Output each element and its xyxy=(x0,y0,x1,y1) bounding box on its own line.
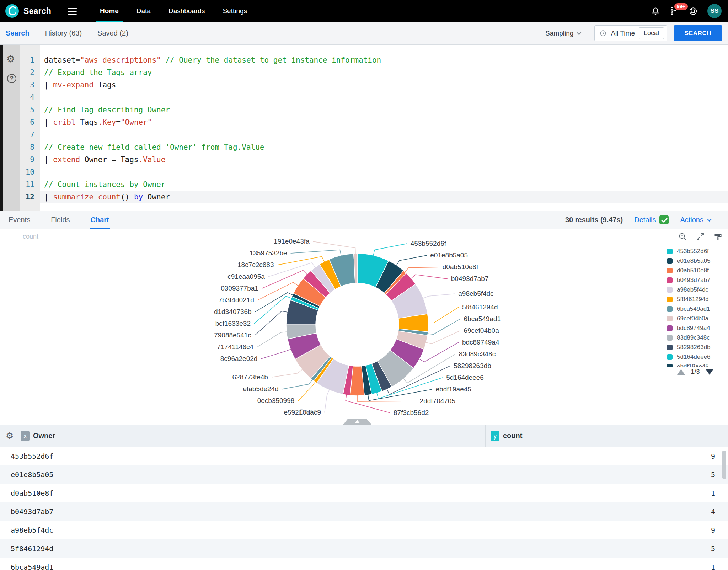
time-range-picker[interactable]: All Time Local xyxy=(594,25,667,41)
legend-item-bdc89749a4[interactable]: bdc89749a4 xyxy=(667,323,727,333)
legend-item-5d164deee6[interactable]: 5d164deee6 xyxy=(667,352,727,362)
code-text[interactable]: | extend Owner = Tags.Value xyxy=(40,154,728,166)
code-text[interactable]: dataset="aws_descriptions" // Query the … xyxy=(40,54,728,66)
table-settings-gear-icon[interactable]: ⚙ xyxy=(6,431,14,441)
editor-lines[interactable]: 1dataset="aws_descriptions" // Query the… xyxy=(0,54,728,203)
results-bar: EventsFieldsChart 30 results (9.47s) Det… xyxy=(0,211,728,229)
search-button[interactable]: SEARCH xyxy=(674,25,722,41)
legend-item-69cef04b0a[interactable]: 69cef04b0a xyxy=(667,314,727,323)
nav-item-settings[interactable]: Settings xyxy=(223,0,247,22)
label-leader-line xyxy=(313,241,355,254)
code-text[interactable]: | cribl Tags.Key="Owner" xyxy=(40,116,728,129)
nav-item-data[interactable]: Data xyxy=(136,0,151,22)
label-leader-line xyxy=(261,349,291,359)
sampling-dropdown[interactable]: Sampling xyxy=(545,30,580,37)
zoom-out-icon[interactable] xyxy=(678,232,687,241)
editor-line-5[interactable]: 5// Find Tag describing Owner xyxy=(0,104,728,116)
fullscreen-icon[interactable] xyxy=(696,232,705,241)
editor-line-12[interactable]: 12| summarize count() by Owner xyxy=(0,191,728,203)
results-tab-events[interactable]: Events xyxy=(9,211,30,229)
table-row-453b552d6f[interactable]: 453b552d6f9 xyxy=(0,447,728,465)
code-text[interactable]: // Find Tag describing Owner xyxy=(40,104,728,116)
help-icon[interactable] xyxy=(689,6,698,16)
owner-cell: e01e8b5a05 xyxy=(0,470,486,479)
code-text[interactable] xyxy=(40,166,728,179)
avatar[interactable]: SS xyxy=(707,4,722,18)
legend-item-453b552d6f[interactable]: 453b552d6f xyxy=(667,246,727,256)
count-cell: 5 xyxy=(486,470,728,479)
segment-label-5f8461294d: 5f8461294d xyxy=(462,303,498,311)
details-label: Details xyxy=(634,216,656,224)
owner-cell: 6bca549ad1 xyxy=(0,563,486,570)
legend-item-e01e8b5a05[interactable]: e01e8b5a05 xyxy=(667,256,727,266)
results-tab-fields[interactable]: Fields xyxy=(51,211,70,229)
line-number: 10 xyxy=(0,166,40,179)
menu-icon[interactable] xyxy=(68,8,77,15)
editor-line-3[interactable]: 3| mv-expand Tags xyxy=(0,79,728,91)
results-right: 30 results (9.47s) Details Actions xyxy=(565,211,719,229)
line-number: 3 xyxy=(0,79,40,91)
bell-icon[interactable] xyxy=(651,6,660,16)
table-row-6bca549ad1[interactable]: 6bca549ad11 xyxy=(0,558,728,570)
editor-line-4[interactable]: 4 xyxy=(0,91,728,104)
code-text[interactable]: // Expand the Tags array xyxy=(40,66,728,79)
segment-label-d1d340736b: d1d340736b xyxy=(214,308,252,315)
legend-item-58298263db[interactable]: 58298263db xyxy=(667,342,727,352)
line-number: 5 xyxy=(0,104,40,116)
table-row-5f8461294d[interactable]: 5f8461294d5 xyxy=(0,539,728,558)
details-toggle[interactable]: Details xyxy=(634,215,669,224)
legend-item-a98eb5f4dc[interactable]: a98eb5f4dc xyxy=(667,285,727,294)
legend-label: bdc89749a4 xyxy=(677,325,710,332)
chart-style-icon[interactable] xyxy=(714,232,722,241)
toolbar-tab-history[interactable]: History (63) xyxy=(45,29,82,37)
legend-item-d0ab510e8f[interactable]: d0ab510e8f xyxy=(667,266,727,275)
legend-item-5f8461294d[interactable]: 5f8461294d xyxy=(667,294,727,304)
legend-page-up-icon[interactable] xyxy=(677,369,685,375)
owner-column-header[interactable]: Owner xyxy=(33,432,55,440)
actions-label: Actions xyxy=(680,216,703,224)
toolbar-tab-search[interactable]: Search xyxy=(6,29,30,37)
toolbar-tab-saved[interactable]: Saved (2) xyxy=(97,29,128,37)
table-row-b0493d7ab7[interactable]: b0493d7ab74 xyxy=(0,502,728,521)
editor-line-10[interactable]: 10 xyxy=(0,166,728,179)
legend-swatch xyxy=(667,277,673,283)
legend-label: 5d164deee6 xyxy=(677,353,711,361)
query-editor[interactable]: ⚙ ? 1dataset="aws_descriptions" // Query… xyxy=(0,45,728,211)
label-leader-line xyxy=(428,307,459,323)
table-row-d0ab510e8f[interactable]: d0ab510e8f1 xyxy=(0,484,728,502)
code-text[interactable]: // Count instances by Owner xyxy=(40,179,728,191)
code-text[interactable]: // Create new field called 'Owner' from … xyxy=(40,141,728,154)
legend-swatch xyxy=(667,345,673,350)
count-column-header[interactable]: count_ xyxy=(503,432,526,440)
table-row-e01e8b5a05[interactable]: e01e8b5a055 xyxy=(0,465,728,484)
line-number: 9 xyxy=(0,154,40,166)
table-scrollbar[interactable] xyxy=(722,451,726,479)
editor-line-8[interactable]: 8// Create new field called 'Owner' from… xyxy=(0,141,728,154)
editor-line-7[interactable]: 7 xyxy=(0,129,728,141)
legend-item-83d89c348c[interactable]: 83d89c348c xyxy=(667,333,727,342)
results-tab-chart[interactable]: Chart xyxy=(91,211,109,229)
editor-line-9[interactable]: 9| extend Owner = Tags.Value xyxy=(0,154,728,166)
legend-item-b0493d7ab7[interactable]: b0493d7ab7 xyxy=(667,275,727,285)
editor-line-11[interactable]: 11// Count instances by Owner xyxy=(0,179,728,191)
legend-page-down-icon[interactable] xyxy=(706,369,713,375)
legend-item-ebdf19ae45[interactable]: ebdf19ae45 xyxy=(667,362,727,367)
label-leader-line xyxy=(425,331,460,344)
code-text[interactable]: | summarize count() by Owner xyxy=(40,191,728,203)
editor-line-1[interactable]: 1dataset="aws_descriptions" // Query the… xyxy=(0,54,728,66)
details-checkbox[interactable] xyxy=(659,215,669,224)
code-text[interactable]: | mv-expand Tags xyxy=(40,79,728,91)
editor-line-2[interactable]: 2// Expand the Tags array xyxy=(0,66,728,79)
timezone-button[interactable]: Local xyxy=(639,27,664,39)
nav-item-home[interactable]: Home xyxy=(100,0,119,22)
legend-item-6bca549ad1[interactable]: 6bca549ad1 xyxy=(667,304,727,314)
cribl-logo[interactable] xyxy=(5,4,19,18)
table-row-a98eb5f4dc[interactable]: a98eb5f4dc9 xyxy=(0,521,728,539)
nav-item-dashboards[interactable]: Dashboards xyxy=(168,0,205,22)
actions-dropdown[interactable]: Actions xyxy=(680,216,710,224)
code-text[interactable] xyxy=(40,91,728,104)
editor-line-6[interactable]: 6| cribl Tags.Key="Owner" xyxy=(0,116,728,129)
legend-label: e01e8b5a05 xyxy=(677,257,711,265)
whats-new-icon[interactable]: 99+ xyxy=(670,6,679,16)
code-text[interactable] xyxy=(40,129,728,141)
